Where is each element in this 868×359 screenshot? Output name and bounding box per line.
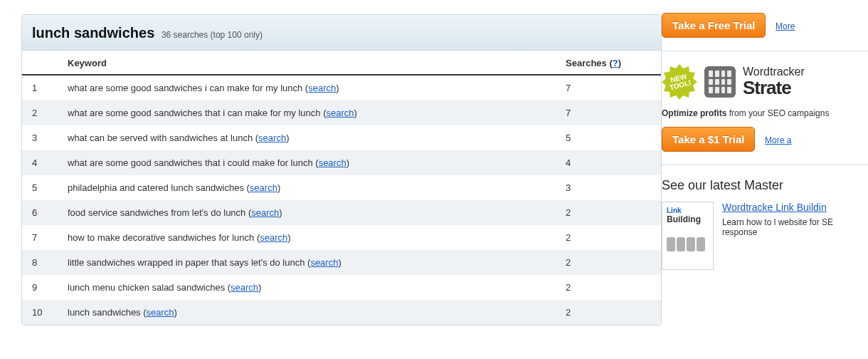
searches-cell: 2: [566, 282, 651, 293]
keyword-cell: what can be served with sandwiches at lu…: [68, 132, 566, 143]
table-row: 3what can be served with sandwiches at l…: [22, 125, 661, 150]
keyword-cell: lunch menu chicken salad sandwiches (sea…: [68, 282, 566, 293]
help-link[interactable]: ?: [613, 58, 618, 68]
col-header-keyword: Keyword: [68, 58, 566, 68]
masterclass-box: See our latest Master Link Building Word…: [662, 165, 868, 270]
brand-text: Wordtracker Strate: [743, 66, 805, 98]
search-link[interactable]: search: [310, 257, 338, 268]
search-link[interactable]: search: [258, 132, 286, 143]
table-row: 7how to make decorative sandwiches for l…: [22, 225, 661, 250]
table-row: 1what are some good sandwiches i can mak…: [22, 76, 661, 100]
table-row: 4what are some good sandwiches that i co…: [22, 150, 661, 175]
searches-cell: 2: [566, 307, 651, 318]
more-link-1[interactable]: More: [776, 21, 795, 31]
table-row: 5philadelphia and catered lunch sandwich…: [22, 175, 661, 200]
rank-cell: 7: [32, 232, 68, 243]
keyword-cell: food service sandwiches from let's do lu…: [68, 207, 566, 218]
dollar-trial-button[interactable]: Take a $1 Trial: [662, 127, 755, 152]
promo-copy: Optimize profits from your SEO campaigns: [662, 108, 868, 118]
strategizer-app-icon: [704, 66, 736, 98]
rank-cell: 10: [32, 307, 68, 318]
rank-cell: 4: [32, 157, 68, 168]
col-header-searches: Searches (?): [566, 58, 651, 68]
keyword-cell: what are some good sandwiches that i cou…: [68, 157, 566, 168]
searches-cell: 7: [566, 108, 651, 118]
rank-cell: 8: [32, 257, 68, 268]
search-link[interactable]: search: [260, 232, 287, 243]
promo-box: NEW TOOL! Wordtracker Strate Optimize pr…: [662, 51, 868, 152]
search-link[interactable]: search: [231, 282, 258, 293]
search-link[interactable]: search: [319, 157, 346, 168]
rank-cell: 2: [32, 108, 68, 118]
search-link[interactable]: search: [326, 108, 354, 118]
new-tool-badge-icon: NEW TOOL!: [662, 64, 697, 100]
keyword-cell: what are some good sandwiches that i can…: [68, 108, 566, 118]
panel-subtitle: 36 searches (top 100 only): [162, 30, 263, 40]
keyword-cell: how to make decorative sandwiches for lu…: [68, 232, 566, 243]
rank-cell: 1: [32, 83, 68, 93]
table-row: 2what are some good sandwiches that i ca…: [22, 100, 661, 125]
cta-row-1: Take a Free Trial More: [662, 13, 868, 38]
keyword-cell: what are some good sandwiches i can make…: [68, 83, 566, 93]
rank-cell: 6: [32, 207, 68, 218]
more-link-2[interactable]: More a: [765, 135, 791, 145]
table-header-row: Keyword Searches (?): [22, 51, 661, 76]
searches-cell: 2: [566, 207, 651, 218]
keyword-cell: lunch sandwiches (search): [68, 307, 566, 318]
searches-cell: 7: [566, 83, 651, 93]
free-trial-button[interactable]: Take a Free Trial: [662, 13, 766, 38]
rank-cell: 9: [32, 282, 68, 293]
masterclass-desc: Learn how to l website for SE response: [722, 217, 868, 237]
search-link[interactable]: search: [250, 182, 277, 193]
cta-row-2: Take a $1 Trial More a: [662, 127, 868, 152]
table-row: 8little sandwiches wrapped in paper that…: [22, 250, 661, 275]
searches-cell: 5: [566, 132, 651, 143]
searches-cell: 2: [566, 232, 651, 243]
panel-title: lunch sandwiches: [32, 25, 154, 41]
search-link[interactable]: search: [251, 207, 279, 218]
panel-header: lunch sandwiches 36 searches (top 100 on…: [22, 15, 661, 51]
masterclass-thumb[interactable]: Link Building: [662, 202, 714, 270]
searches-cell: 3: [566, 182, 651, 193]
masterclass-title-link[interactable]: Wordtracke Link Buildin: [722, 202, 868, 213]
table-row: 10lunch sandwiches (search)2: [22, 300, 661, 325]
rank-cell: 5: [32, 182, 68, 193]
searches-cell: 2: [566, 257, 651, 268]
searches-cell: 4: [566, 157, 651, 168]
masterclass-heading: See our latest Master: [662, 178, 868, 193]
table-row: 9lunch menu chicken salad sandwiches (se…: [22, 275, 661, 300]
search-link[interactable]: search: [308, 83, 336, 93]
rank-cell: 3: [32, 132, 68, 143]
keyword-results-panel: lunch sandwiches 36 searches (top 100 on…: [21, 14, 662, 326]
keyword-cell: little sandwiches wrapped in paper that …: [68, 257, 566, 268]
table-row: 6food service sandwiches from let's do l…: [22, 200, 661, 225]
keyword-cell: philadelphia and catered lunch sandwiche…: [68, 182, 566, 193]
search-link[interactable]: search: [147, 307, 174, 318]
